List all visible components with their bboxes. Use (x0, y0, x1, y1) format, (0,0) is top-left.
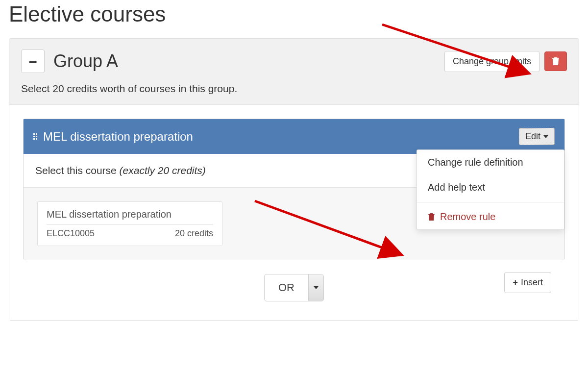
caret-down-icon (314, 286, 318, 289)
svg-rect-5 (432, 216, 433, 220)
plus-icon: + (513, 277, 518, 288)
page-title: Elective courses (9, 0, 579, 26)
course-card[interactable]: MEL dissertation preparation ELCC10005 2… (37, 201, 222, 246)
drag-handle-icon[interactable] (33, 133, 37, 140)
insert-button[interactable]: + Insert (504, 272, 551, 293)
menu-remove-rule[interactable]: Remove rule (417, 204, 564, 229)
rule-desc-credits: (exactly 20 credits) (120, 165, 206, 176)
course-code: ELCC10005 (47, 228, 95, 239)
course-name: MEL dissertation preparation (47, 209, 213, 224)
menu-change-rule-definition[interactable]: Change rule definition (417, 150, 564, 175)
group-subtitle: Select 20 credits worth of courses in th… (21, 83, 567, 95)
rule-header: MEL dissertation preparation Edit (24, 119, 564, 154)
connector-dropdown-arrow[interactable] (308, 274, 323, 301)
group-body: MEL dissertation preparation Edit Change… (9, 105, 579, 320)
rule-desc-prefix: Select this course (35, 165, 120, 176)
collapse-button[interactable]: – (21, 50, 45, 73)
svg-rect-3 (430, 216, 431, 220)
svg-rect-1 (555, 60, 556, 64)
remove-rule-label: Remove rule (440, 211, 495, 223)
svg-rect-2 (557, 60, 557, 64)
svg-rect-4 (431, 216, 432, 220)
svg-rect-0 (554, 60, 555, 64)
connector-selected: OR (265, 274, 308, 301)
connector-select[interactable]: OR (264, 274, 324, 301)
caret-down-icon (543, 135, 548, 138)
edit-label: Edit (525, 131, 540, 142)
edit-rule-button[interactable]: Edit (519, 128, 555, 145)
trash-icon (428, 213, 435, 221)
insert-label: Insert (521, 277, 543, 288)
connector-row: OR + Insert (23, 260, 565, 306)
group-panel: – Group A Change group limits Select 20 … (9, 38, 579, 321)
rule-title: MEL dissertation preparation (43, 130, 193, 144)
group-header: – Group A Change group limits Select 20 … (9, 39, 579, 105)
rule-card: MEL dissertation preparation Edit Change… (23, 119, 565, 260)
menu-divider (417, 202, 564, 202)
delete-group-button[interactable] (544, 51, 567, 71)
course-credits: 20 credits (175, 228, 213, 239)
menu-add-help-text[interactable]: Add help text (417, 175, 564, 200)
trash-icon (552, 57, 560, 66)
edit-dropdown: Change rule definition Add help text Rem… (416, 149, 564, 230)
change-group-limits-button[interactable]: Change group limits (444, 51, 539, 72)
group-title: Group A (53, 51, 118, 72)
